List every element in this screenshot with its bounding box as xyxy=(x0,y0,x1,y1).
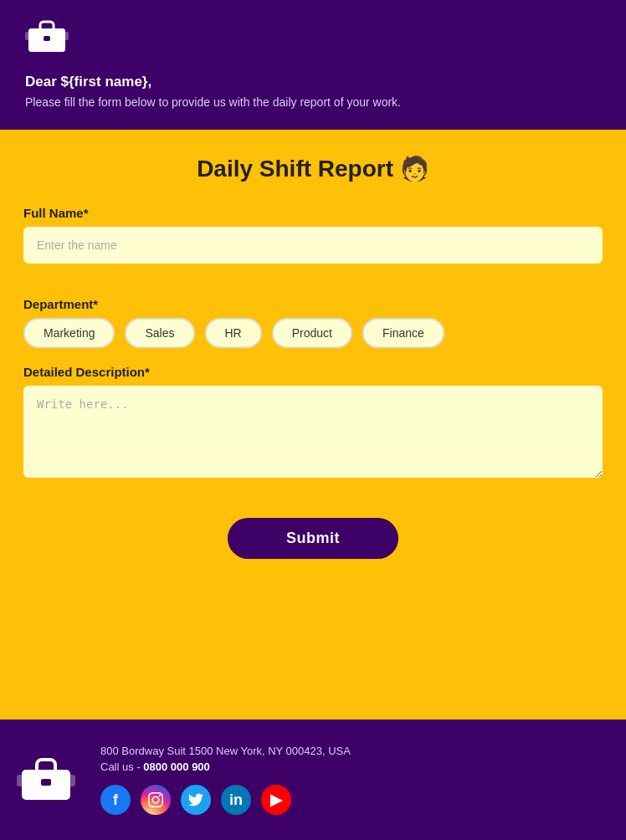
header-logo xyxy=(25,17,601,57)
form-title-text: Daily Shift Report xyxy=(197,156,393,182)
footer-phone: Call us - 0800 000 900 xyxy=(100,761,609,773)
department-options: Marketing Sales HR Product Finance xyxy=(23,318,603,348)
footer-call-prefix: Call us - xyxy=(100,761,143,773)
greeting-text: Dear ${first name}, xyxy=(25,74,601,90)
full-name-field: Full Name* xyxy=(23,206,603,280)
department-field: Department* Marketing Sales HR Product F… xyxy=(23,297,603,348)
social-facebook[interactable]: f xyxy=(100,785,131,815)
main-form-area: Daily Shift Report 🧑 Full Name* Departme… xyxy=(0,130,626,720)
subtitle-text: Please fill the form below to provide us… xyxy=(25,95,601,109)
footer-info: 800 Bordway Suit 1500 New York, NY 00042… xyxy=(100,745,609,815)
dept-finance[interactable]: Finance xyxy=(362,318,444,348)
social-twitter[interactable] xyxy=(181,785,211,815)
description-textarea[interactable] xyxy=(23,386,603,478)
dept-marketing[interactable]: Marketing xyxy=(23,318,115,348)
social-icons: f in ▶ xyxy=(100,785,609,815)
description-field: Detailed Description* xyxy=(23,365,603,501)
form-title: Daily Shift Report 🧑 xyxy=(23,155,603,182)
header: Dear ${first name}, Please fill the form… xyxy=(0,0,626,130)
dept-product[interactable]: Product xyxy=(272,318,352,348)
social-instagram[interactable] xyxy=(141,785,171,815)
footer: 800 Bordway Suit 1500 New York, NY 00042… xyxy=(0,720,626,840)
dept-hr[interactable]: HR xyxy=(205,318,262,348)
social-linkedin[interactable]: in xyxy=(221,785,251,815)
footer-logo xyxy=(17,753,75,807)
svg-rect-3 xyxy=(44,36,50,41)
footer-address: 800 Bordway Suit 1500 New York, NY 00042… xyxy=(100,745,609,757)
dept-sales[interactable]: Sales xyxy=(125,318,194,348)
svg-rect-6 xyxy=(41,779,51,786)
submit-button[interactable]: Submit xyxy=(228,518,398,559)
social-youtube[interactable]: ▶ xyxy=(261,785,291,815)
person-icon: 🧑 xyxy=(400,156,429,182)
full-name-label: Full Name* xyxy=(23,206,603,220)
full-name-input[interactable] xyxy=(23,227,603,264)
department-label: Department* xyxy=(23,297,603,311)
footer-phone-number: 0800 000 900 xyxy=(143,761,210,773)
description-label: Detailed Description* xyxy=(23,365,603,379)
